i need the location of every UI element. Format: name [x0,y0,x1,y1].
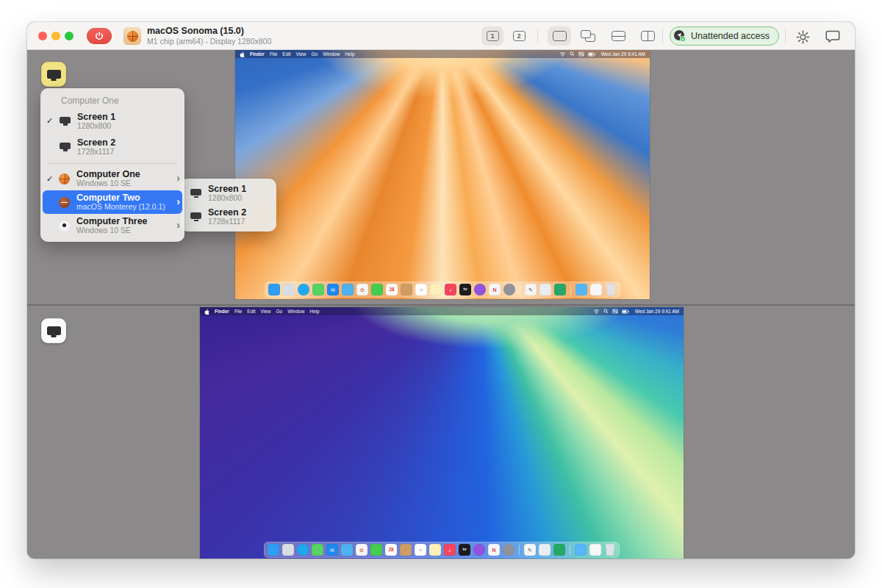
layout-single-button[interactable] [548,26,571,46]
freeform-dock-icon[interactable]: ✎ [524,544,536,556]
trash-dock-icon[interactable] [605,284,617,295]
menubar-item-file[interactable]: File [270,51,277,57]
menubar-item-finder[interactable]: Finder [250,51,265,57]
unattended-access-label: Unattended access [691,31,770,41]
menubar-item-help[interactable]: Help [345,51,354,57]
session-subtitle: M1 chip (arm64) - Display 1280x800 [147,37,271,46]
settings-dock-icon[interactable] [503,284,515,295]
facetime-dock-icon[interactable] [371,284,383,295]
menubar-item-edit[interactable]: Edit [247,309,255,314]
layout-split-horizontal-button[interactable] [606,26,630,46]
menubar-item-edit[interactable]: Edit [282,51,290,57]
finder-dock-icon[interactable] [268,284,280,295]
parallels-toolbox-dock-icon[interactable] [554,284,566,295]
submenu-item-screen-2[interactable]: Screen 2 1728x1117 [180,205,276,229]
remote-screen-top[interactable]: FinderFileEditViewGoWindowHelp Wed Jan 2… [235,50,650,299]
freeform-dock-icon[interactable]: ✎ [525,284,537,295]
calendar-dock-icon[interactable]: 28 [385,544,397,556]
menubar-item-help[interactable]: Help [309,309,319,314]
parallels-toolbox-dock-icon[interactable] [553,544,565,556]
search-icon[interactable] [603,309,609,314]
minimize-button[interactable] [51,32,60,40]
messages-dock-icon[interactable] [312,544,323,556]
menubar-item-view[interactable]: View [261,309,271,314]
safari-dock-icon[interactable] [297,544,309,556]
screen-1-button[interactable]: 1 [481,26,503,46]
notes-dock-icon[interactable] [429,544,441,556]
news-dock-icon[interactable]: N [488,544,500,556]
wifi-icon[interactable] [593,309,600,314]
reminders-dock-icon[interactable]: ≡ [415,284,427,295]
settings-dock-icon[interactable] [503,544,514,556]
photos-dock-icon[interactable]: ✿ [356,544,368,556]
remote-screen-bottom[interactable]: FinderFileEditViewGoWindowHelp Wed Jan 2… [200,307,684,559]
downloads-folder-dock-icon[interactable] [576,284,587,295]
menu-separator [48,163,177,164]
screen-2-button[interactable]: 2 [508,26,530,46]
apple-logo-icon[interactable] [240,51,245,57]
textedit-dock-icon[interactable] [539,544,551,556]
music-dock-icon[interactable]: ♪ [445,284,456,295]
zoom-button[interactable] [65,32,74,40]
reminders-dock-icon[interactable]: ≡ [415,544,426,556]
maps-dock-icon[interactable] [342,284,354,295]
notes-dock-icon[interactable] [430,284,442,295]
mail-dock-icon[interactable]: ✉ [326,544,338,556]
dock: ✉✿28≡♪tvN✎ [265,282,620,298]
unattended-access-button[interactable]: Unattended access [670,26,779,46]
news-dock-icon[interactable]: N [489,284,501,295]
photos-dock-icon[interactable]: ✿ [356,284,368,295]
menu-item-computer-one[interactable]: ✓ Computer One Windows 10 SE › [40,167,184,190]
contacts-dock-icon[interactable] [401,284,412,295]
music-dock-icon[interactable]: ♪ [444,544,456,556]
control-center-icon[interactable] [612,309,618,314]
menubar-item-go[interactable]: Go [312,51,318,57]
finder-dock-icon[interactable] [268,544,279,556]
podcasts-dock-icon[interactable] [473,544,485,556]
submenu-item-screen-1[interactable]: Screen 1 1280x800 [180,182,276,205]
safari-dock-icon[interactable] [298,284,309,295]
menubar-item-go[interactable]: Go [276,309,283,314]
trash-dock-icon[interactable] [604,544,616,556]
podcasts-dock-icon[interactable] [474,284,486,295]
mail-dock-icon[interactable]: ✉ [327,284,339,295]
messages-dock-icon[interactable] [312,284,324,295]
maps-dock-icon[interactable] [341,544,353,556]
menubar-item-file[interactable]: File [234,309,242,314]
layout-split-vertical-button[interactable] [636,26,659,46]
menubar-item-window[interactable]: Window [323,51,340,57]
tv-dock-icon[interactable]: tv [459,544,470,556]
screen-picker-button-bottom[interactable] [41,318,66,343]
menubar-item-window[interactable]: Window [287,309,304,314]
downloads-folder-dock-icon[interactable] [575,544,587,556]
textedit-dock-icon[interactable] [539,284,551,295]
settings-button[interactable] [793,29,812,45]
battery-icon[interactable] [588,52,595,57]
calendar-dock-icon[interactable]: 28 [386,284,398,295]
search-icon[interactable] [570,51,575,57]
menubar-item-finder[interactable]: Finder [215,309,229,314]
tv-dock-icon[interactable]: tv [459,284,471,295]
contacts-dock-icon[interactable] [400,544,412,556]
display-icon [47,70,61,79]
apple-logo-icon[interactable] [204,309,209,315]
disconnect-button[interactable] [87,28,112,44]
menu-item-screen-1[interactable]: ✓ Screen 1 1280x800 [40,108,184,134]
menu-item-screen-2[interactable]: Screen 2 1728x1117 [40,134,184,159]
document-dock-icon[interactable] [590,284,602,295]
launchpad-dock-icon[interactable] [283,284,295,295]
control-center-icon[interactable] [578,51,584,57]
document-dock-icon[interactable] [589,544,601,556]
menu-item-computer-two[interactable]: Computer Two macOS Monterey (12.0.1) › [43,190,182,214]
menubar-item-view[interactable]: View [296,51,306,57]
wifi-icon[interactable] [559,51,566,57]
menu-item-computer-three[interactable]: Computer Three Windows 10 SE › [40,214,184,237]
screen-resolution: 1280x800 [208,194,270,203]
chat-button[interactable] [823,29,842,45]
facetime-dock-icon[interactable] [370,544,382,556]
battery-icon[interactable] [622,309,629,314]
layout-cascade-button[interactable] [577,26,600,46]
close-button[interactable] [38,32,47,40]
launchpad-dock-icon[interactable] [282,544,294,556]
screen-picker-button-top[interactable] [41,62,66,87]
